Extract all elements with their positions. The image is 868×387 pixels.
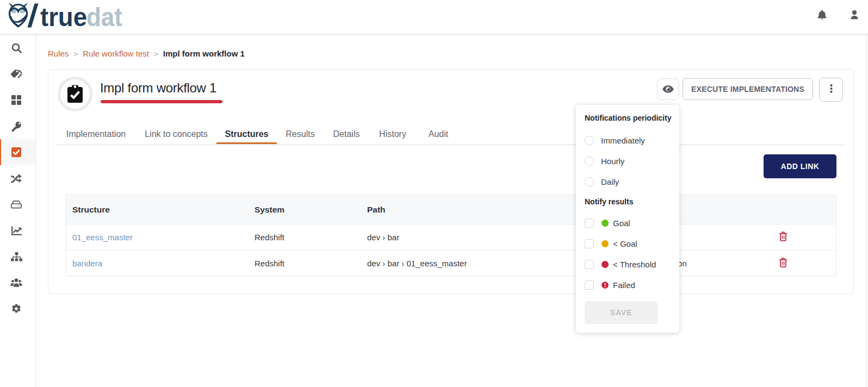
svg-text:dat: dat [86,2,122,29]
svg-text:true: true [40,2,87,29]
